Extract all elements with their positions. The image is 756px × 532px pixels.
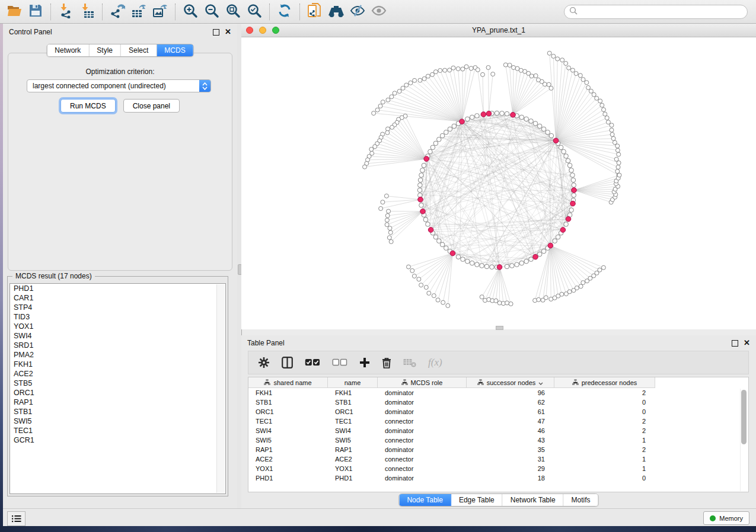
task-history-button[interactable] <box>7 511 25 526</box>
mcds-result-item[interactable]: RAP1 <box>10 398 225 407</box>
criterion-dropdown[interactable]: largest connected component (undirected) <box>27 79 211 92</box>
zoom-out-button[interactable] <box>201 2 222 21</box>
table-cell[interactable]: 1 <box>554 465 655 472</box>
table-row[interactable]: ACE2ACE2connector311 <box>248 454 748 464</box>
mcds-result-item[interactable]: SWI5 <box>10 416 225 426</box>
zoom-fit-button[interactable] <box>222 2 244 21</box>
table-cell[interactable]: dominator <box>378 399 467 406</box>
table-cell[interactable]: ORC1 <box>328 408 378 415</box>
close-panel-button-mcds[interactable]: Close panel <box>123 99 180 113</box>
mcds-result-list[interactable]: PHD1CAR1STP4TID3YOX1SWI4SRD1PMA2FKH1ACE2… <box>9 283 226 494</box>
memory-button[interactable]: Memory <box>703 511 749 525</box>
table-cell[interactable]: 62 <box>467 399 554 406</box>
table-cell[interactable]: ORC1 <box>248 408 328 415</box>
column-header-MCDS-role[interactable]: MCDS role <box>378 377 467 388</box>
first-neighbors-button[interactable] <box>326 2 347 21</box>
table-tab-network-table[interactable]: Network Table <box>503 494 564 506</box>
table-row[interactable]: SWI5SWI5connector431 <box>248 435 748 445</box>
run-mcds-button[interactable]: Run MCDS <box>60 99 116 113</box>
mcds-result-item[interactable]: SRD1 <box>10 341 225 350</box>
table-row[interactable]: SWI4SWI4dominator462 <box>248 426 748 435</box>
zoom-in-button[interactable] <box>180 2 201 21</box>
import-table-button[interactable] <box>76 2 98 21</box>
network-graph[interactable] <box>241 37 756 329</box>
clone-network-button[interactable] <box>304 2 326 21</box>
split-columns-button[interactable] <box>282 357 293 368</box>
show-all-button[interactable] <box>368 2 390 21</box>
mcds-result-item[interactable]: STP4 <box>10 303 225 312</box>
mcds-result-item[interactable]: GCR1 <box>10 435 225 445</box>
table-row[interactable]: STB1STB1dominator620 <box>248 398 748 407</box>
export-table-button[interactable] <box>128 2 149 21</box>
column-header-predecessor-nodes[interactable]: predecessor nodes <box>554 377 655 388</box>
hide-selected-button[interactable] <box>347 2 368 21</box>
table-cell[interactable]: 2 <box>554 446 655 453</box>
deselect-all-button[interactable] <box>332 358 347 367</box>
table-cell[interactable]: 46 <box>467 427 554 434</box>
table-cell[interactable]: YOX1 <box>328 465 378 472</box>
window-maximize-button[interactable] <box>272 27 279 34</box>
export-network-button[interactable] <box>107 2 128 21</box>
tab-style[interactable]: Style <box>89 44 121 56</box>
table-row[interactable]: YOX1YOX1connector291 <box>248 464 748 473</box>
table-row[interactable]: ORC1ORC1dominator610 <box>248 407 748 416</box>
table-cell[interactable]: RAP1 <box>328 446 378 453</box>
mcds-result-item[interactable]: PHD1 <box>10 284 225 293</box>
table-cell[interactable]: 0 <box>554 475 655 482</box>
refresh-view-button[interactable] <box>274 2 295 21</box>
mcds-result-item[interactable]: SWI4 <box>10 331 225 341</box>
table-row[interactable]: PHD1PHD1dominator180 <box>248 473 748 483</box>
table-cell[interactable]: dominator <box>378 427 467 434</box>
close-panel-button[interactable]: ✕ <box>225 29 231 35</box>
table-cell[interactable]: PHD1 <box>248 475 328 482</box>
table-settings-button[interactable] <box>258 357 270 368</box>
mcds-result-item[interactable]: TEC1 <box>10 426 225 435</box>
zoom-selected-button[interactable] <box>244 2 265 21</box>
delete-column-button[interactable] <box>382 357 391 368</box>
tab-network[interactable]: Network <box>47 44 89 56</box>
table-cell[interactable]: connector <box>378 418 467 425</box>
table-cell[interactable]: 2 <box>554 418 655 425</box>
table-cell[interactable]: SWI5 <box>248 437 328 444</box>
table-cell[interactable]: 47 <box>467 418 554 425</box>
export-image-button[interactable] <box>149 2 171 21</box>
mcds-result-item[interactable]: YOX1 <box>10 322 225 331</box>
table-cell[interactable]: 0 <box>554 399 655 406</box>
window-minimize-button[interactable] <box>259 27 266 34</box>
column-header-successor-nodes[interactable]: successor nodes <box>467 377 554 388</box>
table-cell[interactable]: SWI5 <box>328 437 378 444</box>
table-tab-node-table[interactable]: Node Table <box>399 494 451 506</box>
table-cell[interactable]: TEC1 <box>248 418 328 425</box>
table-cell[interactable]: 96 <box>467 389 554 396</box>
table-tab-edge-table[interactable]: Edge Table <box>451 494 503 506</box>
table-cell[interactable]: connector <box>378 465 467 472</box>
table-cell[interactable]: FKH1 <box>248 389 328 396</box>
table-cell[interactable]: SWI4 <box>248 427 328 434</box>
column-header-shared-name[interactable]: shared name <box>248 377 328 388</box>
table-cell[interactable]: dominator <box>378 389 467 396</box>
mcds-result-item[interactable]: ORC1 <box>10 388 225 398</box>
table-cell[interactable]: 35 <box>467 446 554 453</box>
tab-select[interactable]: Select <box>121 44 157 56</box>
table-row[interactable]: FKH1FKH1dominator962 <box>248 388 748 398</box>
table-cell[interactable]: STB1 <box>328 399 378 406</box>
table-cell[interactable]: ACE2 <box>328 456 378 463</box>
mcds-result-item[interactable]: STB1 <box>10 407 225 416</box>
import-network-button[interactable] <box>55 2 76 21</box>
table-cell[interactable]: 1 <box>554 437 655 444</box>
table-cell[interactable]: PHD1 <box>328 475 378 482</box>
table-cell[interactable]: FKH1 <box>328 389 378 396</box>
tab-mcds[interactable]: MCDS <box>157 44 193 56</box>
table-cell[interactable]: 1 <box>554 456 655 463</box>
mcds-result-item[interactable]: STB5 <box>10 379 225 388</box>
function-builder-button[interactable]: f(x) <box>428 357 442 368</box>
column-header-name[interactable]: name <box>328 377 378 388</box>
table-cell[interactable]: RAP1 <box>248 446 328 453</box>
network-view[interactable] <box>241 37 756 329</box>
table-cell[interactable]: YOX1 <box>248 465 328 472</box>
table-cell[interactable]: 31 <box>467 456 554 463</box>
mcds-result-item[interactable]: TID3 <box>10 312 225 322</box>
table-cell[interactable]: 2 <box>554 389 655 396</box>
table-row[interactable]: TEC1TEC1connector472 <box>248 416 748 426</box>
table-cell[interactable]: dominator <box>378 408 467 415</box>
